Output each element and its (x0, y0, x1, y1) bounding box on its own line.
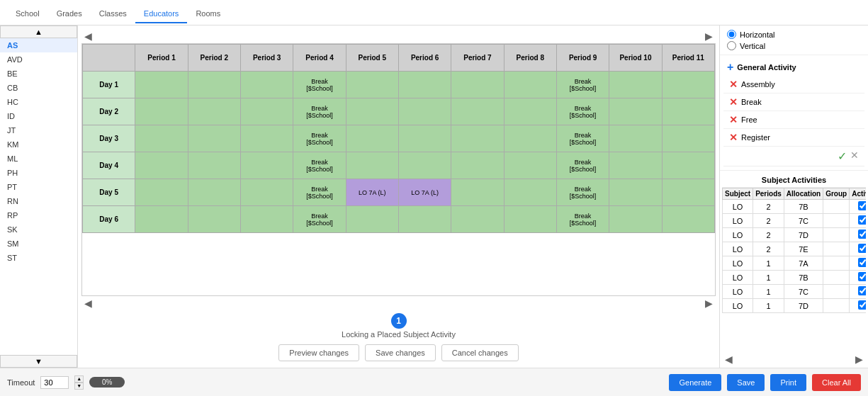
sidebar-item-avd[interactable]: AVD (0, 52, 77, 67)
sidebar-item-be[interactable]: BE (0, 67, 77, 81)
timetable-cell[interactable] (662, 98, 714, 125)
sidebar-item-hc[interactable]: HC (0, 95, 77, 109)
timetable-cell[interactable] (346, 152, 398, 179)
subject-active-cell[interactable] (850, 256, 866, 271)
sidebar-item-as[interactable]: AS (0, 38, 77, 52)
subject-active-cell[interactable] (850, 271, 866, 285)
nav-tab-grades[interactable]: Grades (48, 5, 91, 23)
remove-activity-free[interactable]: ✕ (729, 114, 738, 125)
remove-activity-break[interactable]: ✕ (729, 96, 738, 108)
timetable-cell[interactable] (346, 125, 398, 152)
nav-tab-rooms[interactable]: Rooms (187, 5, 229, 23)
timetable-cell[interactable]: LO 7A (L) (398, 179, 451, 206)
sidebar-item-sm[interactable]: SM (0, 237, 77, 251)
timetable-cell[interactable]: Break [$School] (556, 152, 609, 179)
timetable-cell[interactable] (609, 125, 662, 152)
timetable-cell[interactable] (609, 98, 662, 125)
timetable-cell[interactable] (451, 98, 504, 125)
subject-active-cell[interactable] (850, 200, 866, 214)
timetable-cell[interactable] (346, 206, 398, 233)
subject-active-checkbox[interactable] (858, 300, 866, 310)
spinner-up[interactable]: ▲ (74, 375, 84, 383)
timetable-cell[interactable] (240, 125, 293, 152)
add-general-activity-icon[interactable]: + (727, 61, 733, 74)
timetable-cell[interactable] (240, 179, 293, 206)
timetable-cell[interactable]: Break [$School] (556, 98, 609, 125)
timetable-cell[interactable] (609, 206, 662, 233)
sidebar-item-pt[interactable]: PT (0, 180, 77, 194)
clear-all-button[interactable]: Clear All (812, 374, 861, 391)
timetable-cell[interactable]: Break [$School] (293, 72, 346, 98)
subject-active-cell[interactable] (850, 214, 866, 228)
timetable-cell[interactable] (451, 125, 504, 152)
dismiss-icon[interactable]: ✕ (850, 149, 859, 163)
subject-active-checkbox[interactable] (858, 286, 866, 295)
timetable-cell[interactable] (398, 152, 451, 179)
sidebar-item-sk[interactable]: SK (0, 222, 77, 237)
preview-changes-button[interactable]: Preview changes (278, 344, 359, 361)
timetable-cell[interactable] (398, 98, 451, 125)
timetable-cell[interactable]: Break [$School] (556, 72, 609, 98)
timetable-cell[interactable] (398, 72, 451, 98)
timetable-cell[interactable]: Break [$School] (293, 206, 346, 233)
subject-scroll-right[interactable]: ▶ (852, 353, 866, 365)
timetable-cell[interactable] (504, 72, 556, 98)
subject-active-checkbox[interactable] (858, 215, 866, 225)
timetable-cell[interactable] (451, 179, 504, 206)
sidebar-scroll-up[interactable]: ▲ (0, 26, 77, 38)
scroll-left-bottom[interactable]: ◀ (81, 298, 95, 309)
radio-horizontal[interactable]: Horizontal (727, 30, 861, 39)
save-changes-button[interactable]: Save changes (365, 344, 436, 361)
timetable-cell[interactable] (135, 125, 188, 152)
subject-active-checkbox[interactable] (858, 230, 866, 239)
remove-activity-assembly[interactable]: ✕ (729, 79, 738, 90)
timetable-cell[interactable] (240, 72, 293, 98)
sidebar-item-rp[interactable]: RP (0, 208, 77, 222)
timeout-input[interactable] (40, 376, 69, 389)
timetable-cell[interactable]: Break [$School] (556, 179, 609, 206)
timetable-cell[interactable]: LO 7A (L) (346, 179, 398, 206)
timetable-cell[interactable]: Break [$School] (293, 179, 346, 206)
print-button[interactable]: Print (770, 374, 806, 391)
timetable-cell[interactable] (451, 152, 504, 179)
timetable-cell[interactable] (240, 206, 293, 233)
timetable-cell[interactable] (135, 152, 188, 179)
sidebar-scroll-down[interactable]: ▼ (0, 355, 77, 368)
sidebar-item-cb[interactable]: CB (0, 81, 77, 95)
subject-active-checkbox[interactable] (858, 258, 866, 267)
save-button[interactable]: Save (727, 374, 765, 391)
sidebar-item-ml[interactable]: ML (0, 152, 77, 166)
timetable-cell[interactable] (504, 125, 556, 152)
timetable-cell[interactable] (662, 179, 714, 206)
timetable-cell[interactable]: Break [$School] (556, 125, 609, 152)
spinner-down[interactable]: ▼ (74, 383, 84, 390)
timetable-cell[interactable] (662, 206, 714, 233)
timeout-spinner[interactable]: ▲ ▼ (74, 375, 84, 390)
timetable-cell[interactable] (188, 206, 240, 233)
timetable-cell[interactable] (188, 72, 240, 98)
timetable-cell[interactable] (240, 98, 293, 125)
scroll-right-bottom[interactable]: ▶ (702, 298, 716, 309)
nav-tab-educators[interactable]: Educators (135, 5, 188, 23)
timetable-cell[interactable] (504, 179, 556, 206)
sidebar-item-jt[interactable]: JT (0, 123, 77, 137)
subject-active-cell[interactable] (850, 228, 866, 242)
generate-button[interactable]: Generate (669, 374, 721, 391)
timetable-cell[interactable] (504, 152, 556, 179)
subject-scroll-left[interactable]: ◀ (722, 353, 735, 365)
timetable-cell[interactable] (662, 72, 714, 98)
timetable-cell[interactable] (662, 125, 714, 152)
timetable-cell[interactable] (240, 152, 293, 179)
timetable-cell[interactable] (398, 125, 451, 152)
timetable-cell[interactable] (135, 179, 188, 206)
timetable-cell[interactable] (188, 179, 240, 206)
subject-active-cell[interactable] (850, 242, 866, 256)
timetable-cell[interactable]: Break [$School] (293, 152, 346, 179)
timetable-cell[interactable] (609, 152, 662, 179)
timetable-cell[interactable] (609, 179, 662, 206)
scroll-left-arrow[interactable]: ◀ (81, 30, 95, 42)
subject-active-checkbox[interactable] (858, 272, 866, 281)
nav-tab-classes[interactable]: Classes (91, 5, 135, 23)
timetable-cell[interactable]: Break [$School] (293, 98, 346, 125)
timetable-cell[interactable]: Break [$School] (556, 206, 609, 233)
